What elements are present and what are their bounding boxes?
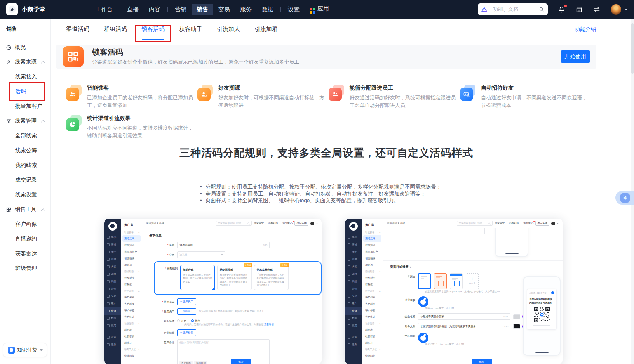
mini-subnav-item: 批量加客户 xyxy=(362,248,383,255)
mini-subnav-item: 客户标签 xyxy=(362,307,383,314)
nav-item-apps[interactable]: 应用 xyxy=(305,3,334,16)
knowledge-pay-switcher[interactable]: 知识付费 xyxy=(3,343,47,357)
feature-auto-greet: 自动招待好友 自动通过好友申请，不同渠道发送不同欢迎语，节省运营成本 xyxy=(460,85,591,109)
sidebar-item-lead-access[interactable]: 线索接入 xyxy=(0,69,50,84)
sidebar-item-overview[interactable]: 概况 xyxy=(0,40,50,55)
tab-channel-code[interactable]: 渠道活码 xyxy=(62,19,93,40)
tab-lock-code[interactable]: 锁客活码 xyxy=(138,19,169,40)
mini-nav-item: 设置 xyxy=(104,333,121,341)
mini-subnav-item: 渠道活码 xyxy=(363,235,381,242)
sidebar-group-sales-tools[interactable]: 销售工具 xyxy=(0,202,50,217)
top-nav: 小鹅学堂 工作台 直播 内容 营销 销售 交易 服务 数据 设置 应用 功能、文… xyxy=(0,0,634,19)
brand-logo[interactable] xyxy=(6,3,18,15)
start-using-button[interactable]: 开始使用 xyxy=(561,50,590,63)
mini-subnav-item: 客户列表 xyxy=(121,294,142,300)
main-area: 渠道活码 群组活码 锁客活码 获客助手 引流加人 引流加群 功能介绍 锁客活码 … xyxy=(51,19,634,364)
chevron-up-icon xyxy=(41,120,45,124)
mini-dark-sidebar: 概况店铺圈子直播内容课程商品营销交易用户企微数据应用设置服务 xyxy=(345,219,362,364)
mini-radio-on: 开启 xyxy=(177,318,186,323)
sidebar-group-lead-source[interactable]: 线索来源 xyxy=(0,55,50,69)
sidebar-item-live-code[interactable]: 活码 xyxy=(0,84,50,99)
mini-nav-item: 营销 xyxy=(345,285,362,293)
sidebar-group-lead-manage[interactable]: 线索管理 xyxy=(0,114,50,128)
mini-nav-item: 概况 xyxy=(345,234,362,241)
sidebar-item-live-invite[interactable]: 直播邀约 xyxy=(0,232,50,246)
mini-subnav-item: 引流链接 xyxy=(362,255,383,262)
feature-intro-link[interactable]: 功能介绍 xyxy=(575,26,596,33)
mini-guide-input: 长按识别添加我的微信，为您定制更多专属服务15/30 xyxy=(418,323,510,329)
mini-nav-item: 课程 xyxy=(104,270,121,278)
sidebar-item-class-manage[interactable]: 班级管理 xyxy=(0,261,50,276)
user-avatar[interactable] xyxy=(611,4,621,15)
global-search-input[interactable]: 功能、文档 xyxy=(478,3,548,15)
sidebar-item-lead-pool[interactable]: 线索公海 xyxy=(0,143,50,158)
mini-subnav-item: 客户群发 xyxy=(121,300,142,307)
feature-grid: 智能锁客 已添加企业员工的老好友扫码，将分配已添加员工，避免重复添加 好友溯源 … xyxy=(66,85,591,140)
sidebar-item-my-leads[interactable]: 我的线索 xyxy=(0,158,50,173)
mini-qr-caption-skeleton xyxy=(533,325,550,326)
sidebar-item-deal-records[interactable]: 成交记录 xyxy=(0,173,50,187)
tab-group-code[interactable]: 群组活码 xyxy=(100,19,131,40)
tab-attract-people[interactable]: 引流加人 xyxy=(213,19,244,40)
intro-bullets: 分配规则：使用员工支持随机分配、按权重分配、依次定量分配，多样化分配规则满足不同… xyxy=(200,184,441,204)
menu-divider xyxy=(120,7,120,12)
chevron-down-icon[interactable] xyxy=(625,9,628,10)
mini-main: 渠道活码 > 新建 大家都在用的热门功能 运营学堂 小鹅社区 通知中心 访问店铺 xyxy=(383,219,563,364)
page-subtitle: 分渠道沉淀好友到企业微信，好友扫码展示已添加过的员工，避免一个好友重复添加多个员… xyxy=(92,59,299,66)
mini-section-title: 基本信息 xyxy=(149,233,322,237)
mini-rule-weight: 高级 按权重分配 根据设定的权重按比例进行分配，权重越高分配到的概率越大，单个活… xyxy=(217,265,252,290)
nav-item-settings[interactable]: 设置 xyxy=(283,4,305,15)
mini-subnav-item: 群统计 xyxy=(121,340,142,346)
mini-subnav-item: 社群运营 xyxy=(362,321,383,326)
nav-item-sales[interactable]: 销售 xyxy=(192,4,213,15)
mini-hint: 关闭后，无需好友验证即可添加成功；若超出企业客户添加上限，则需验证 查看详情 xyxy=(184,323,322,326)
mini-avatar xyxy=(310,222,314,225)
intro-heading: 三种活码分配规则，支持多类全局设置，还可自定义活码样式 xyxy=(56,146,596,160)
mini-topbar: 渠道活码 > 新建 大家都在用的热门功能 运营学堂 小鹅社区 通知中心 访问店铺 xyxy=(383,219,563,228)
nav-item-content[interactable]: 内容 xyxy=(144,4,165,15)
mini-rule-quota: 高级 依次定量分配 手动设定分配的顺序，客户扫码将按照设定的顺序依次添加员工，单… xyxy=(254,265,289,290)
nav-item-data[interactable]: 数据 xyxy=(257,4,279,15)
mini-nav-item: 设置 xyxy=(345,333,362,341)
nav-item-service[interactable]: 服务 xyxy=(235,4,257,15)
nav-item-live[interactable]: 直播 xyxy=(122,4,144,15)
nav-item-marketing[interactable]: 营销 xyxy=(170,4,192,15)
sidebar-item-radar[interactable]: 获客雷达 xyxy=(0,246,50,261)
sidebar-item-customer-profile[interactable]: 客户画像 xyxy=(0,217,50,232)
switch-account-icon[interactable] xyxy=(593,5,601,13)
mini-subnav-item: 客户群发 xyxy=(362,300,383,307)
nav-right-cluster: 功能、文档 xyxy=(478,3,628,15)
people-icon xyxy=(329,85,344,102)
mini-link: 运营学堂 xyxy=(254,222,264,225)
scrollbar-thumb[interactable] xyxy=(631,23,634,74)
mini-subnav-item: 快捷回复 xyxy=(121,352,142,359)
mini-rule-highlight: 分配规则 随机分配 所有员工随机分配，无特定规则，单个活码最多设置100名员工 … xyxy=(154,261,322,295)
mini-nav-item: 营销 xyxy=(104,285,121,293)
store-icon[interactable] xyxy=(575,6,583,13)
mini-subnav-item: 营销裂变 xyxy=(362,269,383,274)
mini-nav-item: 圈子 xyxy=(345,248,362,256)
tab-bar: 渠道活码 群组活码 锁客活码 获客助手 引流加人 引流加群 功能介绍 xyxy=(62,19,596,40)
translate-float-button[interactable]: 译 xyxy=(615,191,634,205)
mini-subnav-item: 群裂变 xyxy=(362,281,383,288)
notification-bell-icon[interactable] xyxy=(558,6,565,13)
qr-code-icon xyxy=(63,46,84,67)
mini-search-input: 大家都在用的热门功能 xyxy=(216,221,252,226)
mini-subnav-item: 好友裂变 xyxy=(121,274,142,281)
mini-bg-thumbs: +自定义 xyxy=(418,273,479,289)
mini-subnav-item: 引流获客 xyxy=(121,230,142,235)
mini-nav-item: 圈子 xyxy=(104,248,121,256)
sidebar-item-all-leads[interactable]: 全部线索 xyxy=(0,128,50,143)
page-title: 锁客活码 xyxy=(92,48,299,57)
tab-attract-group[interactable]: 引流加群 xyxy=(251,19,282,40)
search-placeholder: 功能、文档 xyxy=(493,6,539,13)
mini-subnav-item: 欢迎语 xyxy=(121,262,142,268)
tab-acquire-helper[interactable]: 获客助手 xyxy=(175,19,206,40)
mini-subnav-item: 快捷回复 xyxy=(362,352,383,359)
sidebar-item-batch-add[interactable]: 批量加客户 xyxy=(0,99,50,114)
assistant-triangle-icon xyxy=(481,7,487,12)
nav-item-workbench[interactable]: 工作台 xyxy=(90,4,118,15)
sidebar-item-lead-settings[interactable]: 线索设置 xyxy=(0,187,50,202)
chevron-up-icon xyxy=(41,61,45,65)
nav-item-trade[interactable]: 交易 xyxy=(213,4,235,15)
